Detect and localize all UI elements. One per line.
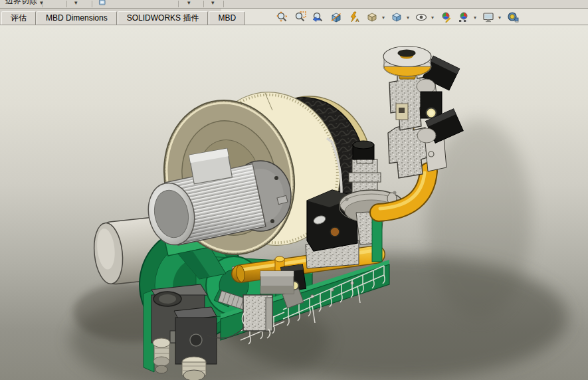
section-view-button[interactable] [328, 10, 344, 25]
dynamic-annotation-views-icon: A [348, 11, 360, 23]
toolbar-item-boundary-cut[interactable]: 边界切除 [5, 0, 37, 8]
toolbar-item-capture-3d-view[interactable]: 捕获 3D 视图 [98, 0, 145, 8]
measure-button[interactable] [505, 10, 521, 25]
section-view-icon [330, 11, 342, 23]
dynamic-annotation-views-button[interactable]: A [346, 10, 362, 25]
toolbar-separator [66, 1, 67, 7]
apply-scene-dropdown-arrow[interactable]: ▾ [472, 15, 478, 21]
display-style-dropdown-arrow[interactable]: ▾ [405, 15, 411, 21]
tab-mbd-dimensions[interactable]: MBD Dimensions [37, 11, 117, 25]
apply-scene-icon [458, 11, 470, 23]
capture-3d-view-icon [98, 0, 107, 7]
dropdown-arrow-icon[interactable]: ▾ [211, 0, 215, 6]
view-orientation-button[interactable] [364, 10, 380, 25]
eye-icon [415, 11, 427, 23]
graphics-viewport[interactable] [0, 25, 588, 380]
zoom-to-fit-icon [276, 11, 288, 23]
command-manager-tab-bar: 评估MBD DimensionsSOLIDWORKS 插件MBD A▾▾▾▾▾ [0, 9, 588, 25]
tab-mbd[interactable]: MBD [209, 11, 245, 25]
edit-appearance-icon [440, 11, 452, 23]
display-style-icon [391, 11, 403, 23]
toolbar-separator [92, 1, 92, 7]
toolbar-separator [178, 1, 179, 7]
command-toolbar-row-clipped: 边界切除▾▾捕获 3D 视图▾▾ [0, 0, 588, 9]
svg-text:A: A [355, 17, 359, 23]
dropdown-arrow-icon[interactable]: ▾ [40, 0, 43, 6]
zoom-to-fit-button[interactable] [274, 10, 290, 25]
zoom-to-area-icon [294, 11, 306, 23]
solenoid-coil-mid[interactable] [421, 92, 442, 118]
heads-up-view-toolbar: A▾▾▾▾▾ [274, 10, 523, 25]
motor-terminal-box [189, 148, 233, 183]
view-settings-icon [482, 11, 494, 23]
display-style-button[interactable] [389, 10, 405, 25]
view-settings-dropdown-arrow[interactable]: ▾ [496, 15, 503, 21]
toolbar-separator [203, 1, 204, 7]
dropdown-arrow-icon[interactable]: ▾ [187, 0, 191, 6]
command-manager-tabs: 评估MBD DimensionsSOLIDWORKS 插件MBD [1, 11, 246, 25]
dropdown-arrow-icon[interactable]: ▾ [74, 0, 78, 6]
model-3d-view[interactable] [0, 25, 588, 380]
support-plate[interactable] [372, 218, 382, 262]
hide-show-items-button[interactable] [413, 10, 429, 25]
toolbar-separator [223, 1, 224, 7]
measure-icon [507, 11, 519, 23]
edit-appearance-button[interactable] [438, 10, 454, 25]
hide-show-items-dropdown-arrow[interactable]: ▾ [429, 15, 436, 21]
previous-view-button[interactable] [310, 10, 326, 25]
view-settings-button[interactable] [480, 10, 496, 25]
tab-solidworks-addins[interactable]: SOLIDWORKS 插件 [118, 11, 209, 25]
zoom-to-area-button[interactable] [292, 10, 308, 25]
tab-evaluate[interactable]: 评估 [1, 11, 36, 25]
view-orientation-dropdown-arrow[interactable]: ▾ [380, 15, 387, 21]
previous-view-icon [312, 11, 324, 23]
view-orientation-icon [366, 11, 378, 23]
top-pipe-flange[interactable] [383, 47, 431, 80]
apply-scene-button[interactable] [456, 10, 472, 25]
